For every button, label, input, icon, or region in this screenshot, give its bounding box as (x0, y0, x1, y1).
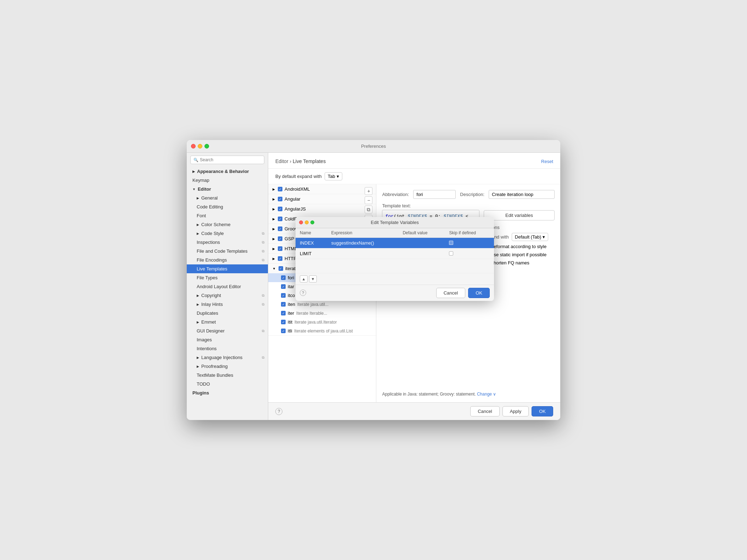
sidebar-item-label: Keymap (192, 178, 209, 183)
sidebar-item-font[interactable]: Font (187, 211, 268, 220)
maximize-button[interactable] (204, 144, 209, 149)
sidebar-item-keymap[interactable]: Keymap (187, 176, 268, 185)
reset-button[interactable]: Reset (541, 159, 553, 164)
template-item-itli[interactable]: itli Iterate elements of java.util.List (268, 326, 376, 335)
change-link[interactable]: Change ∨ (477, 392, 496, 397)
template-item-iten[interactable]: iten Iterate java.util... (268, 300, 376, 309)
minimize-button[interactable] (198, 144, 202, 149)
shorten-fq-label: Shorten FQ names (490, 260, 529, 265)
sidebar-item-label: GUI Designer (197, 328, 225, 334)
window-title: Preferences (361, 144, 386, 149)
group-angular-header[interactable]: ▶ Angular (268, 194, 376, 204)
template-itco-checkbox[interactable] (281, 293, 286, 298)
sidebar-item-label: File Types (197, 275, 218, 280)
sidebar-item-gui-designer[interactable]: GUI Designer ⧉ (187, 326, 268, 335)
sidebar-item-general[interactable]: ▶ General (187, 194, 268, 202)
chevron-right-icon: ▶ (197, 320, 199, 324)
row-default (398, 237, 445, 248)
sidebar-item-todo[interactable]: TODO (187, 380, 268, 388)
group-gsp-checkbox[interactable] (278, 236, 282, 241)
template-iter-checkbox[interactable] (281, 311, 286, 315)
options-title: Options (484, 225, 555, 230)
sidebar-item-file-code-templates[interactable]: File and Code Templates ⧉ (187, 247, 268, 256)
chevron-down-icon: ▼ (192, 187, 196, 191)
template-name: itit (288, 319, 292, 325)
apply-button[interactable]: Apply (502, 406, 529, 416)
sidebar-item-intentions[interactable]: Intentions (187, 344, 268, 353)
search-box[interactable]: 🔍 (190, 156, 264, 164)
template-itar-checkbox[interactable] (281, 284, 286, 289)
sidebar-item-editor[interactable]: ▼ Editor (187, 185, 268, 194)
expand-with-dropdown[interactable]: Tab ▾ (325, 172, 342, 180)
sidebar-item-code-editing[interactable]: Code Editing (187, 202, 268, 211)
remove-template-button[interactable]: − (365, 196, 372, 204)
modal-ok-button[interactable]: OK (468, 288, 490, 298)
sidebar-item-code-style[interactable]: ▶ Code Style ⧉ (187, 229, 268, 238)
row-skip[interactable] (445, 237, 494, 248)
chevron-right-icon: ▶ (197, 356, 199, 359)
sidebar-item-language-injections[interactable]: ▶ Language Injections ⧉ (187, 353, 268, 362)
sidebar-item-textmate[interactable]: TextMate Bundles (187, 371, 268, 380)
template-itli-checkbox[interactable] (281, 329, 286, 333)
row-skip[interactable] (445, 248, 494, 259)
sidebar-item-inlay-hints[interactable]: ▶ Inlay Hints ⧉ (187, 300, 268, 309)
sidebar-item-file-types[interactable]: File Types (187, 273, 268, 282)
group-angularjs-checkbox[interactable] (278, 207, 282, 211)
group-angularjs-header[interactable]: ▶ AngularJS (268, 204, 376, 214)
move-up-button[interactable]: ▲ (300, 275, 308, 282)
template-iten-checkbox[interactable] (281, 302, 286, 307)
sidebar-item-appearance[interactable]: ▶ Appearance & Behavior (187, 167, 268, 176)
group-androidxml-checkbox[interactable] (278, 187, 282, 191)
group-coldfusion-checkbox[interactable] (278, 217, 282, 221)
expand-row: By default expand with Tab ▾ (268, 169, 560, 184)
sidebar-item-live-templates[interactable]: Live Templates (187, 264, 268, 273)
modal-close-button[interactable] (299, 220, 303, 224)
sidebar-item-proofreading[interactable]: ▶ Proofreading (187, 362, 268, 371)
abbreviation-input[interactable] (413, 190, 456, 199)
abbreviation-row: Abbreviation: Description: (382, 190, 555, 199)
copy-icon: ⧉ (262, 231, 264, 236)
copy-template-button[interactable]: ⧉ (365, 206, 372, 213)
sidebar-item-copyright[interactable]: ▶ Copyright ⧉ (187, 291, 268, 300)
modal-minimize-button[interactable] (305, 220, 309, 224)
sidebar-item-label: Emmet (201, 319, 216, 325)
template-itit-checkbox[interactable] (281, 320, 286, 324)
sidebar-item-emmet[interactable]: ▶ Emmet (187, 318, 268, 326)
group-httprequest-checkbox[interactable] (278, 256, 282, 261)
move-down-button[interactable]: ▼ (309, 275, 317, 282)
group-htmlxml-checkbox[interactable] (278, 246, 282, 251)
template-name: itco (288, 293, 295, 298)
close-button[interactable] (191, 144, 196, 149)
expand-with-options-dropdown[interactable]: Default (Tab) ▾ (512, 233, 548, 241)
table-row[interactable]: INDEX suggestIndexName() (296, 237, 494, 248)
template-fori-checkbox[interactable] (281, 275, 286, 280)
copy-icon: ⧉ (262, 240, 264, 245)
modal-help-button[interactable]: ? (300, 290, 306, 296)
ok-button[interactable]: OK (532, 406, 553, 416)
help-button[interactable]: ? (275, 408, 282, 415)
group-androidxml-header[interactable]: ▶ AndroidXML (268, 184, 376, 194)
sidebar-item-color-scheme[interactable]: ▶ Color Scheme (187, 220, 268, 229)
sidebar-item-label: TextMate Bundles (197, 373, 233, 378)
modal-maximize-button[interactable] (310, 220, 314, 224)
search-input[interactable] (200, 157, 261, 162)
template-item-itit[interactable]: itit Iterate java.util.Iterator (268, 318, 376, 326)
shorten-fq-option-row: Shorten FQ names (484, 260, 555, 265)
modal-cancel-button[interactable]: Cancel (436, 288, 465, 298)
sidebar-item-duplicates[interactable]: Duplicates (187, 309, 268, 318)
group-groovy-checkbox[interactable] (278, 226, 282, 231)
description-input[interactable] (489, 190, 555, 199)
group-angular-checkbox[interactable] (278, 197, 282, 201)
sidebar-item-plugins[interactable]: Plugins (187, 388, 268, 397)
sidebar-item-android-layout[interactable]: Android Layout Editor (187, 282, 268, 291)
cancel-button[interactable]: Cancel (470, 406, 499, 416)
table-row[interactable]: LIMIT (296, 248, 494, 259)
edit-variables-button[interactable]: Edit variables (484, 210, 555, 220)
sidebar-item-inspections[interactable]: Inspections ⧉ (187, 238, 268, 247)
sidebar-item-file-encodings[interactable]: File Encodings ⧉ (187, 256, 268, 264)
group-label: AngularJS (285, 206, 306, 212)
template-item-iter[interactable]: iter Iterate Iterable... (268, 309, 376, 318)
group-iterations-checkbox[interactable] (279, 266, 283, 271)
add-template-button[interactable]: + (365, 187, 372, 195)
sidebar-item-images[interactable]: Images (187, 335, 268, 344)
